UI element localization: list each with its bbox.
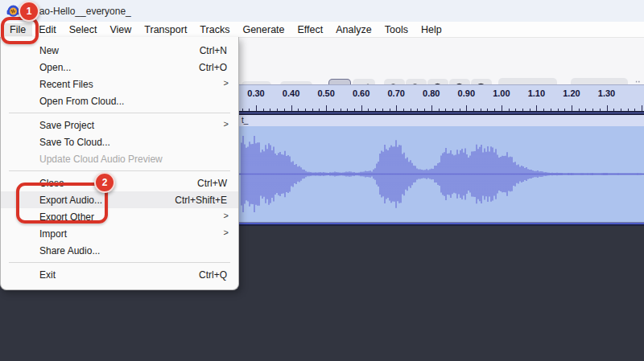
menubar-item-transport[interactable]: Transport: [138, 23, 193, 36]
menu-item-shortcut: Ctrl+N: [200, 45, 227, 56]
ruler-label: 0.30: [247, 88, 264, 98]
menubar-item-help[interactable]: Help: [415, 23, 448, 36]
submenu-arrow-icon: >: [224, 78, 229, 88]
menu-item-exit[interactable]: ExitCtrl+Q: [1, 266, 238, 283]
menu-item-import[interactable]: Import>: [1, 225, 238, 242]
menu-item-label: New: [39, 45, 59, 56]
file-menu-dropdown: NewCtrl+NOpen...Ctrl+ORecent Files>Open …: [0, 37, 239, 290]
menubar-item-tracks[interactable]: Tracks: [193, 23, 236, 36]
menubar-item-generate[interactable]: Generate: [236, 23, 291, 36]
menubar-item-tools[interactable]: Tools: [378, 23, 415, 36]
menu-item-label: Share Audio...: [39, 245, 100, 256]
menu-item-save-project[interactable]: Save Project>: [1, 117, 238, 133]
menu-item-shortcut: Ctrl+Shift+E: [175, 195, 227, 206]
menu-item-label: Open...: [39, 62, 71, 73]
ruler-label: 0.50: [317, 88, 334, 98]
ruler-label: 1.30: [598, 88, 615, 98]
annotation-box-file: [1, 17, 39, 44]
menubar-item-view[interactable]: View: [103, 23, 138, 36]
ruler-label: 0.60: [353, 88, 369, 98]
menu-item-label: Update Cloud Audio Preview: [39, 154, 163, 165]
menu-item-label: Exit: [39, 269, 56, 281]
menu-item-new[interactable]: NewCtrl+N: [1, 42, 238, 59]
submenu-arrow-icon: >: [224, 228, 229, 237]
menu-item-recent-files[interactable]: Recent Files>: [1, 76, 238, 92]
ruler-label: 0.80: [423, 88, 440, 98]
menu-item-open-from-cloud[interactable]: Open From Cloud...: [1, 92, 238, 109]
submenu-arrow-icon: >: [224, 119, 229, 129]
title-bar: Abao-Hello__everyone_: [0, 0, 644, 22]
ruler-label: 0.40: [283, 88, 299, 98]
menu-item-save-to-cloud[interactable]: Save To Cloud...: [1, 133, 238, 150]
menu-item-label: Save Project: [39, 120, 94, 131]
menu-item-update-cloud-audio-preview: Update Cloud Audio Preview: [1, 150, 238, 167]
window-title: Abao-Hello__everyone_: [27, 6, 131, 17]
annotation-step-1: 1: [19, 1, 39, 22]
submenu-arrow-icon: >: [224, 211, 229, 220]
menu-item-label: Import: [39, 228, 67, 240]
menu-item-label: Save To Cloud...: [39, 137, 110, 148]
waveform: [239, 126, 644, 222]
ruler-label: 0.70: [387, 88, 404, 98]
menubar-item-select[interactable]: Select: [63, 23, 104, 36]
ruler-label: 1.00: [493, 88, 510, 98]
ruler-label: 0.90: [458, 88, 475, 98]
menu-item-shortcut: Ctrl+Q: [199, 269, 227, 281]
menu-separator: [9, 262, 230, 263]
menu-item-label: Recent Files: [39, 79, 93, 90]
menu-separator: [9, 113, 230, 113]
annotation-box-export-audio: [16, 183, 108, 224]
menu-item-shortcut: Ctrl+O: [199, 62, 227, 73]
menu-bar: FileEditSelectViewTransportTracksGenerat…: [0, 22, 644, 38]
ruler-label: 1.10: [528, 88, 545, 98]
annotation-step-2: 2: [94, 172, 115, 193]
menu-separator: [9, 170, 230, 171]
menu-item-label: Open From Cloud...: [39, 96, 124, 107]
audacity-window: Abao-Hello__everyone_ FileEditSelectView…: [0, 0, 644, 361]
menu-item-shortcut: Ctrl+W: [197, 178, 227, 189]
ruler-label: 1.20: [563, 88, 580, 98]
menu-item-open[interactable]: Open...Ctrl+O: [1, 59, 238, 76]
menubar-item-analyze[interactable]: Analyze: [329, 23, 378, 36]
track-name-fragment: t_: [242, 116, 248, 125]
menu-item-share-audio[interactable]: Share Audio...: [1, 242, 238, 259]
menubar-item-effect[interactable]: Effect: [291, 23, 330, 36]
